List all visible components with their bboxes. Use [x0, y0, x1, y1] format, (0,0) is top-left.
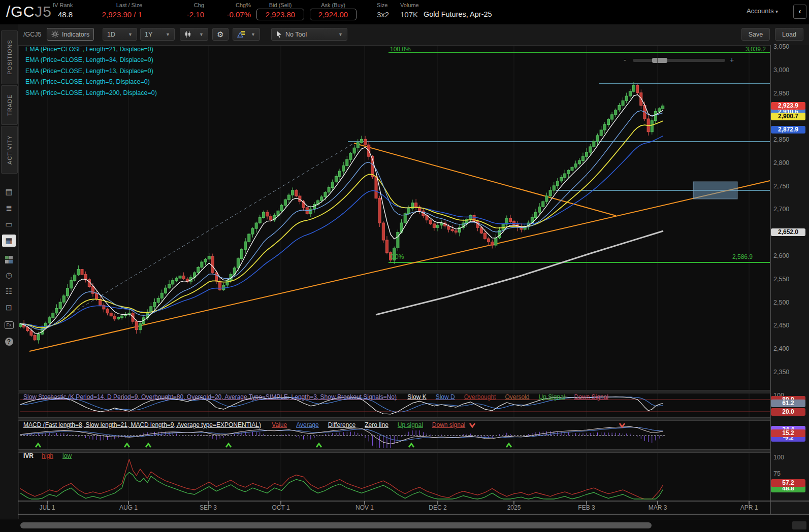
price-bubble: 2,652.0 [771, 228, 805, 236]
legend-item-slow-d[interactable]: Slow D [436, 393, 455, 401]
fib-100-label: 100.0% [390, 46, 411, 53]
legend-item-value[interactable]: Value [272, 421, 287, 428]
legend-item-overbought[interactable]: Overbought [464, 393, 496, 401]
up-signal-arrow [36, 444, 41, 447]
ivr-study-label[interactable]: IVR [23, 452, 34, 459]
trading-platform-window: /GCJ5 IV Rank 48.8 Last / Size 2,923.90 … [0, 0, 809, 532]
panel-divider[interactable] [18, 449, 770, 453]
drawing-set-dropdown[interactable]: ▼ [233, 28, 260, 41]
legend-item-down-signal[interactable]: Down signal [432, 421, 465, 428]
panel-divider[interactable] [18, 417, 770, 421]
timeframe-dropdown[interactable]: 1D▼ [103, 28, 137, 41]
study-label-ema13[interactable]: EMA (Price=CLOSE, Length=13, Displace=0) [25, 68, 153, 75]
load-button[interactable]: Load [775, 28, 803, 41]
legend-item-down-signal[interactable]: Down Signal [574, 393, 608, 401]
indicators-icon [51, 30, 59, 38]
legend-item-high[interactable]: high [42, 452, 53, 459]
time-axis-tick: AUG 1 [119, 504, 138, 511]
accounts-dropdown[interactable]: Accounts ▾ [747, 7, 778, 15]
legend-item-oversold[interactable]: Oversold [505, 393, 529, 401]
study-label-ema5[interactable]: EMA (Price=CLOSE, Length=5, Displace=0) [25, 78, 150, 85]
ivr-bubble: 57.2 [771, 479, 805, 487]
zoom-slider[interactable] [633, 59, 725, 62]
history-clock-icon[interactable]: ◷ [2, 269, 16, 281]
time-axis-tick: FEB 3 [578, 504, 595, 511]
price-axis-tick: 3,050 [773, 43, 789, 50]
time-axis-tick: DEC 2 [429, 504, 446, 511]
sidebar-tab-positions[interactable]: POSITIONS [1, 30, 18, 84]
video-icon[interactable]: ▭ [2, 218, 16, 230]
grid-active-icon[interactable]: ▦ [2, 235, 16, 247]
time-axis-tick: NOV 1 [355, 504, 374, 511]
macd-study-label[interactable]: MACD (Fast length=8, Slow length=21, MAC… [23, 421, 261, 428]
scrollbar-thumb[interactable] [20, 522, 652, 528]
up-signal-arrow [506, 444, 511, 447]
ivr-axis-tick: 75 [773, 470, 781, 477]
down-signal-arrow [470, 423, 475, 427]
chevron-down-icon: ▼ [338, 32, 343, 37]
price-bubble: 2,872.9 [771, 126, 805, 134]
zoom-slider-thumb[interactable] [652, 58, 667, 63]
community-icon[interactable]: ☷ [2, 285, 16, 297]
legend-item-zero-line[interactable]: Zero line [365, 421, 389, 428]
study-label-ema34[interactable]: EMA (Price=CLOSE, Length=34, Displace=0) [25, 56, 153, 63]
price-axis-tick: 2,350 [773, 369, 789, 376]
legend-item-slow-k[interactable]: Slow K [407, 393, 426, 401]
price-bubble: 2,900.7 [771, 113, 805, 120]
legend-item-up-signal[interactable]: Up Signal [538, 393, 565, 401]
bid-field: Bid (Sell) 2,923.80 [256, 2, 304, 20]
save-button[interactable]: Save [741, 28, 770, 41]
price-axis-tick: 2,750 [773, 183, 789, 190]
legend-item-average[interactable]: Average [296, 421, 318, 428]
price-axis-tick: 2,800 [773, 159, 789, 167]
ivr-axis-tick: 100 [773, 454, 784, 461]
price-bubble: 2,923.9 [771, 102, 805, 110]
candlestick-chart-icon [184, 30, 192, 38]
list-icon[interactable]: ≣ [2, 202, 16, 214]
bid-button[interactable]: 2,923.80 [256, 9, 304, 20]
price-axis-tick: 2,950 [773, 90, 789, 97]
stoch-study-label[interactable]: Slow Stochastic (K Period=14, D Period=9… [23, 393, 397, 401]
chevron-down-icon: ▾ [775, 9, 778, 14]
sidebar-tab-trade[interactable]: TRADE [1, 85, 18, 125]
window-icon[interactable]: ⊡ [2, 302, 16, 314]
panel-divider[interactable] [18, 390, 770, 393]
chevron-down-icon: ▼ [199, 32, 204, 37]
legend-item-low[interactable]: low [62, 452, 72, 459]
help-icon[interactable]: ? [2, 335, 16, 347]
active-tool-dropdown[interactable]: No Tool ▼ [271, 28, 347, 41]
time-axis-tick: 2025 [507, 504, 521, 511]
horizontal-scrollbar[interactable] [0, 519, 809, 532]
widgets-icon[interactable] [2, 252, 16, 264]
fx-icon[interactable]: Fx [2, 318, 16, 330]
fib-100-value: 3,039.2 [746, 46, 766, 53]
study-label-ema21[interactable]: EMA (Price=CLOSE, Length=21, Displace=0) [25, 46, 153, 53]
up-signal-arrow [409, 444, 414, 447]
gear-icon: ⚙ [217, 30, 223, 39]
last-size-field: Last / Size 2,923.90 / 1 [91, 2, 142, 19]
fib-0-label: 0.0% [390, 253, 404, 260]
chart-type-dropdown[interactable]: ▼ [180, 28, 208, 41]
up-signal-arrow [226, 444, 231, 447]
price-axis-tick: 2,600 [773, 252, 789, 259]
chart-monitor-icon[interactable]: ▤ [2, 186, 16, 198]
price-axis-tick: 2,500 [773, 299, 789, 306]
toolbar-symbol-label: /GCJ5 [23, 31, 41, 38]
sidebar-tab-activity[interactable]: ACTIVITY [1, 126, 18, 174]
indicators-button[interactable]: Indicators [47, 28, 94, 41]
zoom-in-button[interactable]: + [730, 56, 734, 64]
collapse-panel-button[interactable]: ‹ [793, 5, 806, 19]
macd-bubble: 15.2 [771, 429, 805, 437]
zoom-out-button[interactable]: - [624, 56, 626, 64]
stoch-bubble: 20.0 [771, 408, 805, 416]
legend-item-difference[interactable]: Difference [328, 421, 355, 428]
pattern-drawing-icon [237, 30, 245, 38]
chart-settings-button[interactable]: ⚙ [212, 28, 229, 41]
size-field: Size 3x2 [377, 2, 389, 19]
range-dropdown[interactable]: 1Y▼ [140, 28, 175, 41]
legend-item-up-signal[interactable]: Up signal [398, 421, 423, 428]
ask-button[interactable]: 2,924.00 [310, 9, 357, 20]
chg-field: Chg -2.10 [179, 2, 204, 19]
symbol-title: /GCJ5 [6, 3, 52, 20]
study-label-sma200[interactable]: SMA (Price=CLOSE, Length=200, Displace=0… [25, 89, 157, 96]
